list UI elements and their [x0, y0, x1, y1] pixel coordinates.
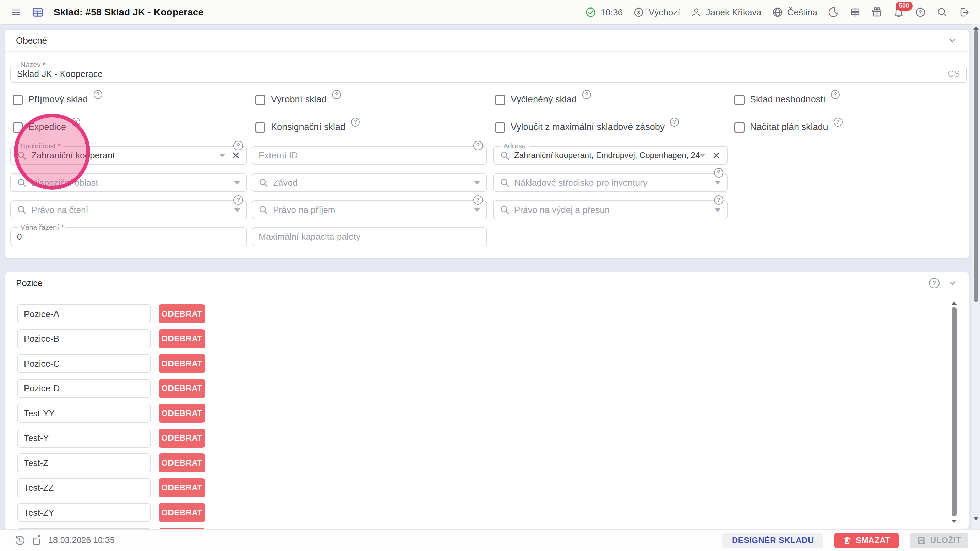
help-badge-icon[interactable]: ?: [473, 141, 483, 150]
remove-position-button[interactable]: ODEBRAT: [159, 404, 205, 423]
remove-position-button[interactable]: ODEBRAT: [159, 354, 205, 373]
remove-position-button[interactable]: ODEBRAT: [159, 329, 205, 348]
delete-button[interactable]: SMAZAT: [834, 533, 899, 548]
whats-new-button[interactable]: [871, 6, 883, 18]
sort-weight-field[interactable]: Váha řazení * 0: [10, 227, 247, 246]
dropdown-chevron-icon[interactable]: [700, 154, 706, 157]
plant-field[interactable]: Závod: [252, 173, 487, 192]
disposition-area-field[interactable]: Dispoziční oblast: [10, 173, 247, 192]
changes-icon[interactable]: [31, 535, 42, 546]
help-badge-icon[interactable]: ?: [332, 90, 341, 99]
clear-icon[interactable]: [231, 151, 240, 160]
address-field[interactable]: Adresa Zahraniční kooperant, Emdrupvej, …: [493, 146, 727, 165]
scroll-down-arrow-icon[interactable]: [951, 520, 957, 523]
scroll-up-arrow-icon[interactable]: [973, 26, 978, 30]
scroll-up-arrow-icon[interactable]: [951, 302, 957, 305]
history-icon[interactable]: [14, 535, 25, 546]
checkbox-box[interactable]: [495, 95, 505, 105]
dropdown-chevron-icon[interactable]: [234, 181, 240, 185]
dropdown-chevron-icon[interactable]: [234, 208, 240, 212]
help-badge-icon[interactable]: ?: [234, 141, 243, 150]
positions-section-header[interactable]: Pozice ?: [5, 272, 969, 294]
name-field[interactable]: Název * Sklad JK - Kooperace CS: [10, 65, 967, 83]
help-badge-icon[interactable]: ?: [351, 118, 360, 127]
position-name-input[interactable]: Pozice-D: [17, 379, 151, 398]
remove-position-button[interactable]: ODEBRAT: [159, 305, 205, 324]
language-selector[interactable]: Čeština: [772, 6, 817, 18]
help-badge-icon[interactable]: ?: [234, 195, 243, 205]
checkbox-box[interactable]: [495, 122, 505, 133]
dark-mode-button[interactable]: [827, 6, 839, 18]
help-badge-icon[interactable]: ?: [582, 90, 591, 99]
max-pallet-capacity-field[interactable]: Maximální kapacita palety: [252, 227, 487, 246]
dropdown-chevron-icon[interactable]: [714, 181, 721, 185]
checkbox-box[interactable]: [734, 122, 745, 133]
positions-scrollbar-thumb[interactable]: [952, 307, 956, 516]
position-name-input[interactable]: Pozice-C: [17, 354, 151, 373]
help-button[interactable]: ?: [915, 6, 926, 18]
remove-position-button[interactable]: ODEBRAT: [159, 478, 205, 497]
environment-selector[interactable]: $ Výchozí: [633, 6, 680, 18]
checkbox-nacitat-plan-skladu[interactable]: Načítat plán skladu ?: [734, 122, 843, 133]
checkbox-box[interactable]: [734, 95, 745, 105]
guidepost-button[interactable]: [850, 6, 861, 18]
checkbox-vycleneny-sklad[interactable]: Vyčleněný sklad ?: [495, 94, 591, 105]
receive-right-field[interactable]: Právo na příjem ?: [252, 200, 487, 219]
position-name-input[interactable]: Test-Z: [17, 453, 151, 472]
help-badge-icon[interactable]: ?: [834, 118, 843, 127]
checkbox-konsignacni-sklad[interactable]: Konsignační sklad ?: [255, 122, 360, 133]
checkbox-vyloucit-z-maximalni[interactable]: Vyloučit z maximální skladové zásoby ?: [495, 122, 679, 133]
dropdown-chevron-icon[interactable]: [474, 181, 480, 185]
language-code-tag[interactable]: CS: [948, 69, 960, 79]
help-badge-icon[interactable]: ?: [714, 168, 724, 178]
checkbox-box[interactable]: [255, 95, 266, 105]
remove-position-button[interactable]: ODEBRAT: [159, 453, 205, 472]
position-name-input[interactable]: Test-ZY: [17, 503, 151, 522]
read-right-field[interactable]: Právo na čtení ?: [10, 200, 247, 219]
logout-button[interactable]: [958, 6, 970, 18]
hamburger-menu-button[interactable]: [10, 6, 22, 18]
chevron-down-icon[interactable]: [947, 278, 958, 288]
search-button[interactable]: [937, 6, 948, 18]
checkbox-expedice[interactable]: Expedice ?: [13, 122, 80, 133]
help-badge-icon[interactable]: ?: [831, 90, 840, 99]
save-button[interactable]: ULOŽIT: [910, 533, 969, 548]
external-id-field[interactable]: Externí ID ?: [252, 146, 487, 165]
checkbox-box[interactable]: [13, 122, 23, 133]
checkbox-vyrobni-sklad[interactable]: Výrobní sklad ?: [255, 94, 341, 105]
checkbox-box[interactable]: [255, 122, 266, 133]
help-badge-icon[interactable]: ?: [714, 195, 724, 205]
position-name-input[interactable]: Test-YY: [17, 404, 151, 423]
help-badge-icon[interactable]: ?: [473, 195, 483, 205]
remove-position-button[interactable]: ODEBRAT: [159, 379, 205, 398]
dropdown-chevron-icon[interactable]: [219, 154, 225, 157]
general-section-header[interactable]: Obecné: [5, 30, 969, 52]
scroll-down-arrow-icon[interactable]: [973, 517, 978, 520]
position-name-input[interactable]: Pozice-B: [17, 329, 151, 348]
dropdown-chevron-icon[interactable]: [714, 208, 721, 212]
help-badge-icon[interactable]: ?: [670, 118, 679, 127]
help-badge-icon[interactable]: ?: [72, 118, 80, 127]
position-name-input[interactable]: Test-ZZ: [17, 478, 151, 497]
page-scrollbar[interactable]: [972, 24, 980, 529]
remove-position-button[interactable]: ODEBRAT: [159, 429, 205, 448]
cost-center-field[interactable]: Nákladové středisko pro inventury ?: [493, 173, 727, 192]
user-menu[interactable]: Janek Křikava: [690, 6, 762, 18]
help-badge-icon[interactable]: ?: [929, 278, 940, 288]
position-name-input[interactable]: Test-Y: [17, 429, 151, 448]
help-badge-icon[interactable]: ?: [94, 90, 102, 99]
checkbox-box[interactable]: [13, 95, 23, 105]
checkbox-prijmovy-sklad[interactable]: Příjmový sklad ?: [13, 94, 102, 105]
clear-icon[interactable]: [712, 151, 721, 160]
positions-scrollbar[interactable]: [951, 302, 957, 526]
remove-position-button[interactable]: ODEBRAT: [159, 503, 205, 522]
company-field[interactable]: Společnost * Zahraniční kooperant ?: [10, 146, 247, 165]
notifications-button[interactable]: 500: [893, 6, 904, 18]
warehouse-designer-button[interactable]: DESIGNÉR SKLADU: [722, 533, 824, 548]
dropdown-chevron-icon[interactable]: [474, 208, 480, 212]
chevron-down-icon[interactable]: [947, 35, 958, 46]
issue-transfer-right-field[interactable]: Právo na výdej a přesun ?: [493, 200, 727, 219]
checkbox-sklad-neshodnosti[interactable]: Sklad neshodností ?: [734, 94, 840, 105]
page-scrollbar-thumb[interactable]: [974, 30, 978, 302]
position-name-input[interactable]: Pozice-A: [17, 305, 151, 324]
